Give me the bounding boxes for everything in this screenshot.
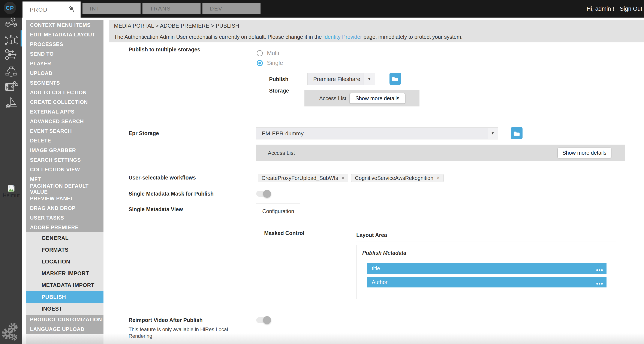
epr-storage-label: Epr Storage	[128, 130, 159, 136]
icon-rail: Helmut	[0, 0, 22, 344]
sidebar-item-product-customization[interactable]: PRODUCT CUSTOMIZATION	[26, 315, 104, 324]
sign-out-link[interactable]: Sign Out	[620, 6, 642, 12]
publish-storage-show-more-button[interactable]: Show more details	[350, 94, 405, 104]
tab-label: DEV	[210, 5, 222, 12]
sidebar-item-adobe-premiere[interactable]: ADOBE PREMIERE	[26, 222, 104, 232]
toggle-knob	[263, 316, 271, 324]
access-list-label: Access List	[319, 95, 346, 101]
toggle-knob	[263, 190, 271, 198]
publish-storage-access-bar: Access List Show more details	[304, 90, 420, 106]
film-scissors-icon[interactable]	[0, 80, 22, 92]
reimport-video-label: Reimport Video After Publish	[128, 317, 203, 323]
bottom-fade	[22, 333, 644, 344]
player-flag-icon[interactable]	[0, 96, 22, 108]
sidebar-subitem-general[interactable]: GENERAL	[26, 232, 104, 244]
folder-icon	[392, 76, 398, 82]
sidebar-item-external-apps[interactable]: EXTERNAL APPS	[26, 107, 104, 116]
epr-storage-browse-button[interactable]	[511, 127, 522, 139]
sidebar-item-image-grabber[interactable]: IMAGE GRABBER	[26, 146, 104, 155]
modules-icon[interactable]	[0, 16, 22, 28]
sidebar-item-drag-and-drop[interactable]: DRAG AND DROP	[26, 203, 104, 213]
radio-single[interactable]: Single	[256, 60, 283, 66]
sidebar-item-create-collection[interactable]: CREATE COLLECTION	[26, 97, 104, 107]
sidebar-subitem-marker-import[interactable]: MARKER IMPORT	[26, 268, 104, 279]
sidebar-item-player[interactable]: PLAYER	[26, 59, 104, 68]
publish-storage-browse-button[interactable]	[390, 72, 401, 85]
credential-warning: The Authentication Admin User credential…	[114, 34, 462, 40]
sidebar-item-user-tasks[interactable]: USER TASKS	[26, 213, 104, 222]
chip-cognitiveserviceawsrekognition: CognitiveServiceAwsRekognition ×	[351, 174, 444, 182]
tab-dev[interactable]: DEV	[202, 3, 260, 14]
user-greeting: Hi, admin !	[586, 6, 614, 12]
top-bar: CP PROD INT	[0, 0, 644, 18]
sidebar-item-processes[interactable]: PROCESSES	[26, 40, 104, 49]
sidebar-item-advanced-search[interactable]: ADVANCED SEARCH	[26, 116, 104, 126]
sidebar-item-delete[interactable]: DELETE	[26, 136, 104, 146]
sidebar-subitem-location[interactable]: LOCATION	[26, 256, 104, 268]
publish-multiple-storages-label: Publish to multiple storages	[128, 46, 200, 53]
publish-storage-label: Publish Storage	[269, 74, 306, 96]
chip-createproxyforupload-subwfs: CreateProxyForUpload_SubWfs ×	[258, 174, 348, 182]
sidebar-next-item-partial	[26, 334, 104, 344]
sidebar-item-send-to[interactable]: SEND TO	[26, 49, 104, 59]
radio-multi-icon	[256, 50, 263, 56]
epr-storage-dropdown[interactable]: EM-EPR-dummy ▼	[256, 128, 498, 140]
sidebar-item-preview-panel[interactable]: PREVIEW PANEL	[26, 194, 104, 203]
chevron-down-icon: ▼	[364, 73, 375, 85]
ellipsis-icon[interactable]	[596, 280, 603, 286]
sidebar-subitem-ingest[interactable]: INGEST	[26, 303, 104, 315]
reimport-video-toggle[interactable]	[256, 317, 270, 323]
reimport-note: This feature is only available in HiRes …	[128, 326, 239, 339]
plug-icon	[68, 5, 76, 14]
epr-storage-show-more-button[interactable]: Show more details	[558, 148, 611, 158]
sidebar-item-search-settings[interactable]: SEARCH SETTINGS	[26, 155, 104, 165]
scrollbar-track[interactable]	[643, 18, 643, 344]
chevron-down-icon: ▼	[488, 128, 498, 139]
helmut-label: Helmut	[1, 192, 21, 198]
sidebar-item-pagination-default-value[interactable]: PAGINATION DEFAULT VALUE	[26, 184, 104, 194]
user-selectable-workflows-label: User-selectable workflows	[128, 174, 196, 181]
tab-int[interactable]: INT	[82, 3, 140, 14]
identity-provider-link[interactable]: Identity Provider	[323, 34, 362, 40]
distributed-icon[interactable]	[0, 65, 22, 77]
workflow-chips-field[interactable]: CreateProxyForUpload_SubWfs × CognitiveS…	[256, 173, 625, 183]
sidebar-subitem-metadata-import[interactable]: METADATA IMPORT	[26, 279, 104, 291]
single-metadata-mask-label: Single Metadata Mask for Publish	[128, 191, 214, 197]
tab-prod[interactable]: PROD	[22, 2, 80, 18]
radio-multi[interactable]: Multi	[256, 50, 279, 56]
radio-single-icon	[256, 60, 263, 66]
sidebar-item-mft[interactable]: MFT	[26, 174, 104, 184]
metadata-field-title[interactable]: title	[367, 263, 606, 274]
tab-configuration[interactable]: Configuration	[256, 203, 300, 219]
masked-control-label: Masked Control	[264, 230, 304, 236]
sidebar-item-language-upload[interactable]: LANGUAGE UPLOAD	[26, 324, 104, 334]
helmut-image-icon[interactable]	[0, 185, 22, 192]
layout-area-divider	[356, 241, 616, 242]
layout-area-label: Layout Area	[356, 232, 387, 238]
sidebar-item-collection-view[interactable]: COLLECTION VIEW	[26, 165, 104, 174]
sidebar-item-add-to-collection[interactable]: ADD TO COLLECTION	[26, 88, 104, 97]
publish-storage-dropdown[interactable]: Premiere Fileshare ▼	[308, 73, 375, 85]
ellipsis-icon[interactable]	[596, 266, 603, 272]
app-logo[interactable]: CP	[4, 2, 16, 14]
remove-chip-icon[interactable]: ×	[341, 175, 345, 181]
gears-icon[interactable]	[0, 322, 22, 340]
tab-trans[interactable]: TRANS	[142, 3, 200, 14]
sidebar-subitem-formats[interactable]: FORMATS	[26, 244, 104, 256]
sidebar-item-edit-metadata-layout[interactable]: EDIT METADATA LAYOUT	[26, 30, 104, 40]
remove-chip-icon[interactable]: ×	[436, 175, 440, 181]
tab-label: INT	[90, 5, 100, 12]
environment-tabs: PROD INT	[22, 0, 260, 18]
sidebar-subitem-publish[interactable]: PUBLISH	[26, 291, 104, 303]
sidebar-item-context-menu-items[interactable]: CONTEXT MENU ITEMS	[26, 20, 104, 30]
sidebar-item-upload[interactable]: UPLOAD	[26, 68, 104, 78]
sidebar-item-segments[interactable]: SEGMENTS	[26, 78, 104, 88]
touch-config-icon[interactable]	[0, 35, 22, 47]
sidebar-item-event-search[interactable]: EVENT SEARCH	[26, 126, 104, 136]
workflow-icon[interactable]	[0, 49, 22, 60]
single-metadata-mask-toggle[interactable]	[256, 191, 270, 197]
metadata-field-author[interactable]: Author	[367, 277, 606, 288]
sidebar-menu: CONTEXT MENU ITEMSEDIT METADATA LAYOUTPR…	[26, 20, 104, 344]
publish-metadata-title: Publish Metadata	[362, 250, 406, 256]
user-box: Hi, admin ! Sign Out	[586, 0, 642, 18]
